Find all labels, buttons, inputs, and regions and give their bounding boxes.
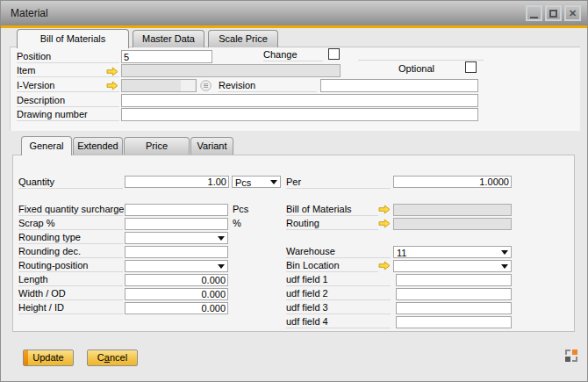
routing-label: Routing <box>286 218 378 230</box>
item-link-arrow-icon[interactable] <box>106 67 118 76</box>
list-circle-icon[interactable] <box>200 80 212 91</box>
height-id-field[interactable] <box>125 302 228 314</box>
dropdown-arrow-icon <box>501 250 508 255</box>
uom-value: Pcs <box>235 177 251 188</box>
subtab-variant[interactable]: Variant <box>190 137 233 155</box>
udf-field-2[interactable] <box>396 288 512 300</box>
subtab-label: General <box>29 141 63 151</box>
uom-dropdown[interactable]: Pcs <box>232 176 281 188</box>
routing-field <box>393 218 512 230</box>
rounding-type-dropdown[interactable] <box>125 232 228 244</box>
drawing-number-label: Drawing number <box>17 109 119 121</box>
tab-scale-price[interactable]: Scale Price <box>208 30 278 47</box>
udf-field-2-label: udf field 2 <box>286 288 391 300</box>
warehouse-dropdown[interactable]: 11 <box>393 246 512 258</box>
title-bar[interactable]: Material ✕ <box>1 1 588 25</box>
routing-position-label: Routing-position <box>18 260 123 272</box>
udf-field-4[interactable] <box>396 316 512 328</box>
scrap-unit: % <box>233 218 250 230</box>
window-title: Material <box>11 7 48 19</box>
tab-label: Master Data <box>142 33 195 44</box>
tab-master-data[interactable]: Master Data <box>133 30 204 47</box>
per-label: Per <box>286 177 391 189</box>
quantity-field[interactable] <box>125 176 229 188</box>
description-field[interactable] <box>121 94 478 107</box>
maximize-icon <box>549 10 557 18</box>
label-underline <box>358 60 484 61</box>
subtab-general[interactable]: General <box>21 136 72 155</box>
expand-icon-corner <box>565 350 570 355</box>
position-field[interactable] <box>121 50 212 63</box>
subtab-label: Variant <box>197 141 226 151</box>
per-field[interactable] <box>393 176 512 188</box>
warehouse-label: Warehouse <box>286 246 391 258</box>
tab-bill-of-materials[interactable]: Bill of Materials <box>17 29 129 48</box>
iversion-label: I-Version <box>17 80 119 92</box>
description-label: Description <box>17 95 119 107</box>
bill-of-materials-link-arrow-icon[interactable] <box>378 205 391 214</box>
change-label: Change <box>263 49 323 61</box>
fixed-surcharge-field[interactable] <box>125 204 228 216</box>
width-od-label: Width / OD <box>18 288 123 300</box>
bill-of-materials-label: Bill of Materials <box>286 204 378 216</box>
item-field <box>121 64 341 77</box>
revision-field[interactable] <box>320 79 478 92</box>
material-window: Material ✕ Bill of Materials Master Data… <box>0 0 588 382</box>
tab-label: Bill of Materials <box>40 33 106 44</box>
maximize-button[interactable] <box>545 5 562 21</box>
expand-icon-corner <box>572 350 577 355</box>
length-label: Length <box>18 274 123 286</box>
rounding-dec-label: Rounding dec. <box>18 246 123 258</box>
udf-field-1[interactable] <box>396 274 512 286</box>
scrap-field[interactable] <box>125 218 228 230</box>
dropdown-arrow-icon <box>218 236 225 241</box>
height-id-label: Height / ID <box>18 302 123 314</box>
dropdown-arrow-icon <box>218 264 225 269</box>
subtab-extended[interactable]: Extended <box>73 137 123 155</box>
expand-icon-corner <box>572 357 577 362</box>
close-icon: ✕ <box>569 9 577 18</box>
revision-label: Revision <box>219 80 317 92</box>
drawing-number-field[interactable] <box>121 108 478 121</box>
bin-location-dropdown[interactable] <box>393 260 512 272</box>
bill-of-materials-field <box>393 204 512 216</box>
udf-field-3[interactable] <box>396 302 512 314</box>
expand-form-icon[interactable] <box>565 350 578 363</box>
bin-location-label: Bin Location <box>286 260 378 272</box>
update-button-label: Update <box>32 352 63 363</box>
cancel-button[interactable]: Cancel <box>87 350 138 366</box>
width-od-field[interactable] <box>125 288 228 300</box>
rounding-dec-field[interactable] <box>125 246 228 258</box>
subtab-label: Extended <box>77 141 118 151</box>
change-checkbox[interactable] <box>328 48 340 60</box>
warehouse-value: 11 <box>397 248 406 258</box>
window-controls: ✕ <box>526 5 581 21</box>
scrap-label: Scrap % <box>18 218 123 230</box>
default-button-stripe <box>24 350 28 365</box>
subtab-label: Price <box>146 141 168 151</box>
accent-bar <box>1 25 588 28</box>
routing-position-dropdown[interactable] <box>125 260 228 272</box>
iversion-link-arrow-icon[interactable] <box>106 81 118 90</box>
minimize-icon <box>530 17 538 18</box>
udf-field-1-label: udf field 1 <box>286 274 391 286</box>
minimize-button[interactable] <box>526 5 542 21</box>
udf-field-4-label: udf field 4 <box>286 316 391 328</box>
routing-link-arrow-icon[interactable] <box>378 219 391 228</box>
item-label: Item <box>17 65 119 77</box>
close-button[interactable]: ✕ <box>564 5 581 21</box>
quantity-label: Quantity <box>18 177 123 189</box>
optional-checkbox[interactable] <box>465 61 477 73</box>
dropdown-arrow-icon <box>501 264 508 269</box>
bin-location-link-arrow-icon[interactable] <box>378 261 391 270</box>
iversion-field-tail <box>181 80 195 91</box>
position-label: Position <box>17 51 119 63</box>
dropdown-arrow-icon <box>270 180 277 184</box>
subtab-price[interactable]: Price <box>124 137 190 155</box>
tab-label: Scale Price <box>219 33 268 44</box>
udf-field-3-label: udf field 3 <box>286 302 391 314</box>
optional-label: Optional <box>398 63 451 76</box>
update-button[interactable]: Update <box>23 350 74 366</box>
fixed-surcharge-unit: Pcs <box>233 204 259 216</box>
length-field[interactable] <box>125 274 228 286</box>
